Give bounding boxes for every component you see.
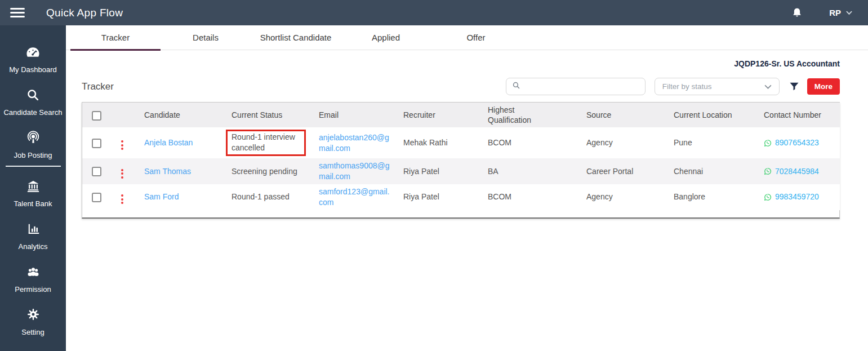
app-screen: Quick App Flow RP <box>0 0 868 351</box>
column-header-current-status: Current Status <box>223 103 310 127</box>
section-title: Tracker <box>82 81 114 92</box>
tracker-table-card: Candidate Current Status Email Recruiter… <box>82 102 840 219</box>
email-link[interactable]: anjelabostan260@gmail.com <box>319 133 389 153</box>
tab-applied[interactable]: Applied <box>341 25 431 50</box>
column-header-current-location: Current Location <box>665 103 755 127</box>
dashboard-gauge-icon <box>25 45 41 61</box>
candidate-link[interactable]: Sam Thomas <box>144 167 191 176</box>
whatsapp-icon <box>764 193 772 201</box>
column-header-contact-number: Contact Number <box>755 103 840 127</box>
recruiter-value: Riya Patel <box>395 158 479 184</box>
sidebar-item-setting[interactable]: Setting <box>2 307 64 337</box>
phone-link[interactable]: 9983459720 <box>764 192 835 202</box>
sidebar-item-label: My Dashboard <box>9 65 57 75</box>
sidebar-item-label: Job Posting <box>14 150 52 161</box>
sidebar-item-my-dashboard[interactable]: My Dashboard <box>2 45 64 75</box>
recruiter-value: Mehak Rathi <box>395 127 479 158</box>
tab-bar: Tracker Details Shortlist Candidate Appl… <box>66 25 868 50</box>
phone-number: 8907654323 <box>775 137 819 148</box>
email-link[interactable]: samthomas9008@gmail.com <box>319 161 390 181</box>
email-link[interactable]: samford123@gmail.com <box>319 187 390 207</box>
tab-offer[interactable]: Offer <box>431 25 521 50</box>
phone-number: 9983459720 <box>775 192 819 202</box>
column-header-candidate: Candidate <box>136 103 223 127</box>
user-initials: RP <box>829 8 841 17</box>
people-icon <box>25 265 41 281</box>
sidebar-item-candidate-search[interactable]: Candidate Search <box>2 88 64 118</box>
bell-icon[interactable] <box>791 6 803 20</box>
search-icon <box>512 81 520 92</box>
location-value: Chennai <box>665 158 755 184</box>
candidate-link[interactable]: Sam Ford <box>144 192 179 201</box>
sidebar-item-label: Setting <box>21 327 44 337</box>
recruiter-value: Riya Patel <box>395 184 479 210</box>
row-checkbox[interactable] <box>92 167 101 176</box>
sidebar-item-label: Talent Bank <box>14 199 52 209</box>
gear-icon <box>26 307 41 324</box>
search-input[interactable] <box>526 82 639 91</box>
source-value: Agency <box>578 184 665 210</box>
table-header-row: Candidate Current Status Email Recruiter… <box>82 103 840 127</box>
sidebar-item-talent-bank[interactable]: Talent Bank <box>2 179 64 209</box>
status-value-highlighted: Round-1 interview cancelled <box>226 130 306 156</box>
source-value: Agency <box>578 127 665 158</box>
tracker-table: Candidate Current Status Email Recruiter… <box>82 103 840 210</box>
sidebar-item-permission[interactable]: Permission <box>2 265 64 295</box>
qualification-value: BCOM <box>479 184 578 210</box>
status-value: Round-1 passed <box>223 184 310 210</box>
search-box[interactable] <box>506 78 646 95</box>
whatsapp-icon <box>764 139 772 147</box>
sidebar-divider <box>6 166 61 167</box>
more-button[interactable]: More <box>807 78 840 95</box>
whatsapp-icon <box>764 167 772 175</box>
status-filter-placeholder: Filter by status <box>662 82 712 91</box>
location-value: Banglore <box>665 184 755 210</box>
column-header-email: Email <box>310 103 395 127</box>
phone-number: 7028445984 <box>775 166 819 177</box>
sidebar: My Dashboard Candidate Search <box>0 25 66 351</box>
user-menu[interactable]: RP <box>829 8 852 17</box>
tab-tracker[interactable]: Tracker <box>70 25 161 50</box>
column-header-recruiter: Recruiter <box>395 103 479 127</box>
kebab-menu-icon[interactable] <box>119 193 126 205</box>
toolbar: Tracker Filter by status <box>82 78 840 95</box>
sidebar-item-label: Candidate Search <box>3 108 62 118</box>
chevron-down-icon <box>764 82 772 92</box>
sidebar-item-job-posting[interactable]: Job Posting <box>2 130 64 161</box>
kebab-menu-icon[interactable] <box>119 139 126 151</box>
row-checkbox[interactable] <box>92 193 101 202</box>
kebab-menu-icon[interactable] <box>119 168 126 180</box>
table-row: Anjela Bostan Round-1 interview cancelle… <box>82 127 840 158</box>
row-checkbox[interactable] <box>92 139 101 148</box>
sidebar-item-label: Analytics <box>18 242 47 252</box>
job-reference: JQDP126-Sr. US Accountant <box>66 50 868 68</box>
tab-details[interactable]: Details <box>161 25 251 50</box>
column-header-source: Source <box>578 103 665 127</box>
location-value: Pune <box>665 127 755 158</box>
podcast-icon <box>26 130 41 147</box>
status-value: Screening pending <box>223 158 310 184</box>
hamburger-menu-icon[interactable] <box>10 8 25 17</box>
phone-link[interactable]: 8907654323 <box>764 137 835 148</box>
candidate-link[interactable]: Anjela Bostan <box>144 138 193 147</box>
bank-icon <box>26 179 41 196</box>
bar-chart-icon <box>26 221 41 238</box>
search-icon <box>26 88 40 104</box>
qualification-value: BCOM <box>479 127 578 158</box>
qualification-value: BA <box>479 158 578 184</box>
table-row: Sam Thomas Screening pending samthomas90… <box>82 158 840 184</box>
column-header-highest-qualification: Highest Qualification <box>488 105 551 125</box>
table-row: Sam Ford Round-1 passed samford123@gmail… <box>82 184 840 210</box>
tab-shortlist-candidate[interactable]: Shortlist Candidate <box>251 25 341 50</box>
select-all-checkbox[interactable] <box>92 111 101 121</box>
content-area: Tracker Details Shortlist Candidate Appl… <box>66 25 868 351</box>
phone-link[interactable]: 7028445984 <box>764 166 835 177</box>
app-header: Quick App Flow RP <box>0 0 868 25</box>
sidebar-item-label: Permission <box>15 285 51 295</box>
filter-funnel-icon[interactable] <box>789 81 800 92</box>
app-title: Quick App Flow <box>46 7 123 19</box>
sidebar-item-analytics[interactable]: Analytics <box>2 221 64 252</box>
status-filter-dropdown[interactable]: Filter by status <box>655 78 780 95</box>
column-header-actions <box>110 103 136 127</box>
chevron-down-icon <box>846 11 852 15</box>
